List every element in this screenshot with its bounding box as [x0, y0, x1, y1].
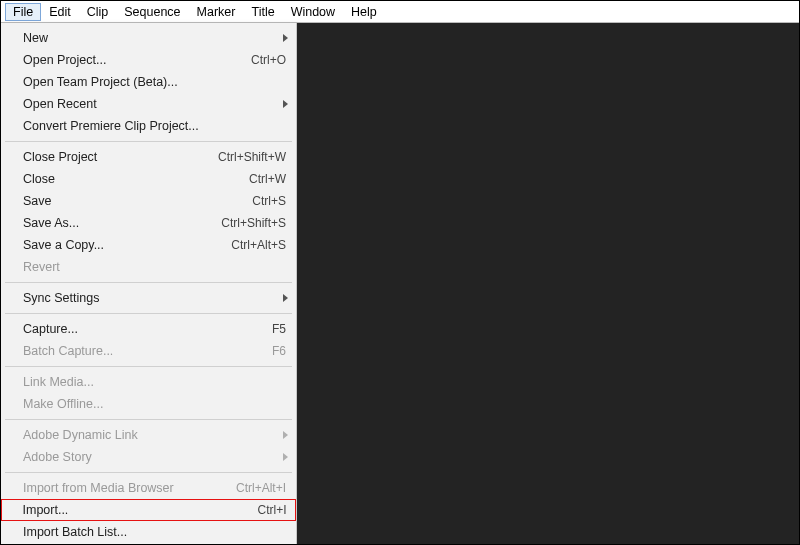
menu-item-shortcut: Ctrl+Shift+S: [208, 216, 286, 230]
menu-item-label: Adobe Dynamic Link: [23, 428, 286, 442]
menu-item-label: Import Batch List...: [23, 525, 286, 539]
menubar-item-title[interactable]: Title: [243, 3, 282, 21]
menu-item-convert-premiere-clip-project[interactable]: Convert Premiere Clip Project...: [1, 115, 296, 137]
menubar-item-clip[interactable]: Clip: [79, 3, 117, 21]
menu-item-make-offline: Make Offline...: [1, 393, 296, 415]
menu-separator: [5, 313, 292, 314]
menu-item-capture[interactable]: Capture...F5: [1, 318, 296, 340]
menu-separator: [5, 141, 292, 142]
chevron-right-icon: [283, 431, 288, 439]
menubar-item-marker[interactable]: Marker: [189, 3, 244, 21]
menubar-item-window[interactable]: Window: [283, 3, 343, 21]
menu-item-batch-capture: Batch Capture...F6: [1, 340, 296, 362]
menu-item-shortcut: Ctrl+S: [208, 194, 286, 208]
menu-item-close-project[interactable]: Close ProjectCtrl+Shift+W: [1, 146, 296, 168]
menu-item-shortcut: F6: [208, 344, 286, 358]
menu-separator: [5, 472, 292, 473]
menu-item-label: Capture...: [23, 322, 200, 336]
program-viewport: [297, 23, 799, 544]
menu-item-open-team-project-beta[interactable]: Open Team Project (Beta)...: [1, 71, 296, 93]
menu-item-shortcut: Ctrl+Shift+W: [208, 150, 286, 164]
menu-separator: [5, 282, 292, 283]
menu-item-label: New: [23, 31, 286, 45]
menu-item-shortcut: Ctrl+O: [208, 53, 286, 67]
chevron-right-icon: [283, 294, 288, 302]
menu-item-label: Import from Media Browser: [23, 481, 200, 495]
menu-item-link-media: Link Media...: [1, 371, 296, 393]
chevron-right-icon: [283, 100, 288, 108]
menu-item-label: Adobe Story: [23, 450, 286, 464]
menu-item-label: Open Project...: [23, 53, 200, 67]
menu-separator: [5, 366, 292, 367]
menubar-item-help[interactable]: Help: [343, 3, 385, 21]
menubar-item-sequence[interactable]: Sequence: [116, 3, 188, 21]
menu-item-label: Make Offline...: [23, 397, 286, 411]
menu-item-label: Open Recent: [23, 97, 286, 111]
menu-separator: [5, 419, 292, 420]
menu-item-shortcut: Ctrl+W: [208, 172, 286, 186]
menu-item-label: Link Media...: [23, 375, 286, 389]
menu-item-save[interactable]: SaveCtrl+S: [1, 190, 296, 212]
chevron-right-icon: [283, 34, 288, 42]
menu-item-shortcut: F5: [208, 322, 286, 336]
stage: NewOpen Project...Ctrl+OOpen Team Projec…: [1, 23, 799, 544]
menu-item-import[interactable]: Import...Ctrl+I: [1, 499, 296, 521]
menu-item-label: Open Team Project (Beta)...: [23, 75, 286, 89]
menu-item-shortcut: Ctrl+I: [209, 503, 287, 517]
menu-item-label: Convert Premiere Clip Project...: [23, 119, 286, 133]
menu-item-revert: Revert: [1, 256, 296, 278]
menubar-item-edit[interactable]: Edit: [41, 3, 79, 21]
menubar: File Edit Clip Sequence Marker Title Win…: [1, 1, 799, 23]
menu-item-shortcut: Ctrl+Alt+I: [208, 481, 286, 495]
menu-item-new[interactable]: New: [1, 27, 296, 49]
menu-item-label: Batch Capture...: [23, 344, 200, 358]
menu-item-label: Revert: [23, 260, 286, 274]
menu-item-shortcut: Ctrl+Alt+S: [208, 238, 286, 252]
menubar-item-file[interactable]: File: [5, 3, 41, 21]
menu-item-sync-settings[interactable]: Sync Settings: [1, 287, 296, 309]
menu-item-open-project[interactable]: Open Project...Ctrl+O: [1, 49, 296, 71]
menu-item-save-as[interactable]: Save As...Ctrl+Shift+S: [1, 212, 296, 234]
menu-item-label: Sync Settings: [23, 291, 286, 305]
menu-item-label: Close Project: [23, 150, 200, 164]
menu-item-adobe-story: Adobe Story: [1, 446, 296, 468]
menu-item-import-from-media-browser: Import from Media BrowserCtrl+Alt+I: [1, 477, 296, 499]
menu-item-label: Save a Copy...: [23, 238, 200, 252]
menu-item-import-batch-list[interactable]: Import Batch List...: [1, 521, 296, 543]
menu-item-save-a-copy[interactable]: Save a Copy...Ctrl+Alt+S: [1, 234, 296, 256]
menu-item-label: Import...: [23, 503, 201, 517]
chevron-right-icon: [283, 453, 288, 461]
file-menu-dropdown: NewOpen Project...Ctrl+OOpen Team Projec…: [1, 23, 297, 544]
menu-item-close[interactable]: CloseCtrl+W: [1, 168, 296, 190]
menu-item-label: Save: [23, 194, 200, 208]
menu-item-adobe-dynamic-link: Adobe Dynamic Link: [1, 424, 296, 446]
menu-item-label: Save As...: [23, 216, 200, 230]
menu-item-label: Close: [23, 172, 200, 186]
menu-item-open-recent[interactable]: Open Recent: [1, 93, 296, 115]
